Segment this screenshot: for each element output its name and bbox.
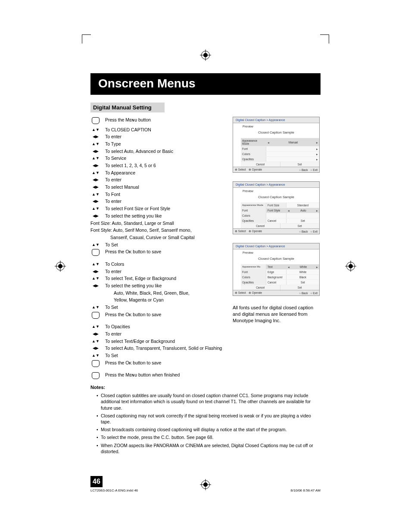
left-right-arrows-icon: ◀▶ bbox=[93, 199, 99, 203]
left-right-arrows-icon: ◀▶ bbox=[93, 149, 99, 153]
notes-list: Closed caption subtitles are usually fou… bbox=[90, 392, 321, 454]
note-item: To select the mode, press the C.C. butto… bbox=[97, 434, 321, 440]
instruction-text: To select Manual bbox=[105, 184, 224, 190]
instruction-step: ▲▼To Opacities bbox=[90, 324, 224, 330]
hand-press-icon bbox=[92, 312, 100, 319]
screenshots-column: Digital Closed Caption > Appearance Prev… bbox=[233, 117, 321, 391]
up-down-arrows-icon: ▲▼ bbox=[92, 142, 100, 146]
instruction-step: Press the Oᴋ button to save bbox=[90, 311, 224, 320]
instruction-text: To enter bbox=[105, 177, 224, 183]
left-right-arrows-icon: ◀▶ bbox=[93, 346, 99, 350]
instruction-step: ◀▶To select the setting you like bbox=[90, 213, 224, 219]
hand-press-icon bbox=[92, 372, 100, 379]
instruction-text: To Colors bbox=[105, 261, 224, 268]
footer-file: LCT2063-001C-A ENG.indd 46 bbox=[90, 488, 138, 492]
registration-mark bbox=[346, 262, 355, 271]
instruction-text: To CLOSED CAPTION bbox=[105, 127, 224, 133]
registration-mark bbox=[201, 480, 210, 489]
instruction-text: To Font bbox=[105, 191, 224, 198]
instruction-step: ▲▼To Service bbox=[90, 155, 224, 162]
up-down-arrows-icon: ▲▼ bbox=[92, 324, 100, 329]
instruction-step: ▲▼To Font bbox=[90, 191, 224, 198]
left-right-arrows-icon: ◀▶ bbox=[93, 134, 99, 139]
instruction-text: To enter bbox=[105, 268, 224, 275]
page-title: Onscreen Menus bbox=[90, 73, 321, 95]
note-item: Closed caption subtitles are usually fou… bbox=[97, 392, 321, 411]
instruction-text: Press the Oᴋ button to save bbox=[105, 360, 224, 366]
font-size-line: Font Size: Auto, Standard, Large or Smal… bbox=[90, 220, 224, 227]
instruction-step: ▲▼To CLOSED CAPTION bbox=[90, 127, 224, 133]
osd-breadcrumb: Digital Closed Caption > Appearance bbox=[233, 117, 319, 123]
footer-timestamp: 8/10/06 8:56:47 AM bbox=[291, 488, 321, 492]
left-right-arrows-icon: ◀▶ bbox=[93, 214, 99, 218]
instruction-step: ◀▶To select Auto, Transparent, Transluce… bbox=[90, 345, 224, 352]
instruction-text: Press the Mᴇɴᴜ button when finished bbox=[105, 372, 224, 378]
instruction-text: To Service bbox=[105, 155, 224, 162]
instruction-step: ▲▼To Set bbox=[90, 304, 224, 311]
instruction-text: To enter bbox=[105, 331, 224, 337]
osd-panel-colors: Digital Closed Caption > Appearance Prev… bbox=[233, 243, 320, 296]
instruction-step: ◀▶To enter bbox=[90, 177, 224, 183]
instruction-step: ◀▶To select the setting you like bbox=[90, 283, 224, 289]
left-right-arrows-icon: ◀▶ bbox=[93, 269, 99, 274]
left-right-arrows-icon: ◀▶ bbox=[93, 332, 99, 336]
hand-press-icon bbox=[92, 117, 100, 124]
colors-options-line1: Auto, White, Black, Red, Green, Blue, bbox=[90, 290, 224, 296]
up-down-arrows-icon: ▲▼ bbox=[92, 339, 100, 343]
instruction-step: ▲▼To Colors bbox=[90, 261, 224, 268]
instruction-step: ▲▼To select Text, Edge or Background bbox=[90, 275, 224, 282]
up-down-arrows-icon: ▲▼ bbox=[92, 192, 100, 196]
left-right-arrows-icon: ◀▶ bbox=[93, 185, 99, 189]
registration-mark bbox=[201, 51, 210, 59]
up-down-arrows-icon: ▲▼ bbox=[92, 128, 100, 132]
instruction-step: Press the Mᴇɴᴜ button when finished bbox=[90, 372, 224, 381]
instruction-text: Press the Oᴋ button to save bbox=[105, 249, 224, 255]
instruction-text: To enter bbox=[105, 134, 224, 140]
instruction-text: To select Text/Edge or Background bbox=[105, 338, 224, 345]
up-down-arrows-icon: ▲▼ bbox=[92, 243, 100, 247]
section-heading: Digital Manual Setting bbox=[90, 103, 165, 112]
crop-mark bbox=[82, 34, 91, 44]
registration-mark bbox=[56, 262, 65, 271]
left-right-arrows-icon: ◀▶ bbox=[93, 177, 99, 182]
up-down-arrows-icon: ▲▼ bbox=[92, 305, 100, 309]
osd-sample-text: Closed Caption Sample bbox=[241, 129, 311, 138]
instruction-text: To select Text, Edge or Background bbox=[105, 275, 224, 282]
instruction-text: To Set bbox=[105, 304, 224, 311]
instruction-step: ◀▶To enter bbox=[90, 268, 224, 275]
instruction-text: To select the setting you like bbox=[105, 213, 224, 219]
print-footer: LCT2063-001C-A ENG.indd 46 8/10/06 8:56:… bbox=[90, 488, 321, 492]
instruction-step: ◀▶To enter bbox=[90, 331, 224, 337]
instruction-step: ▲▼To Type bbox=[90, 141, 224, 147]
instruction-text: To Opacities bbox=[105, 324, 224, 330]
notes-label: Notes: bbox=[90, 384, 224, 391]
instruction-step: ▲▼To Appearance bbox=[90, 170, 224, 176]
left-right-arrows-icon: ◀▶ bbox=[93, 283, 99, 288]
osd-panel-appearance-mode: Digital Closed Caption > Appearance Prev… bbox=[233, 117, 320, 173]
hand-press-icon bbox=[92, 249, 100, 256]
instruction-step: Press the Oᴋ button to save bbox=[90, 360, 224, 369]
instruction-step: ◀▶To enter bbox=[90, 134, 224, 140]
instruction-text: To select the setting you like bbox=[105, 283, 224, 289]
instruction-text: To enter bbox=[105, 198, 224, 205]
instruction-step: ◀▶To select Auto, Advanced or Basic bbox=[90, 148, 224, 155]
instruction-step: ▲▼To select Text/Edge or Background bbox=[90, 338, 224, 345]
license-note: All fonts used for digital closed captio… bbox=[233, 305, 319, 324]
instructions-column: Press the Mᴇɴᴜ button▲▼To CLOSED CAPTION… bbox=[90, 117, 224, 391]
instruction-step: ▲▼To select Font Size or Font Style bbox=[90, 205, 224, 212]
left-right-arrows-icon: ◀▶ bbox=[93, 163, 99, 168]
instruction-step: ▲▼To Set bbox=[90, 242, 224, 248]
instruction-step: Press the Mᴇɴᴜ button bbox=[90, 117, 224, 126]
instruction-step: ◀▶To enter bbox=[90, 198, 224, 205]
instruction-text: Press the Mᴇɴᴜ button bbox=[105, 117, 224, 123]
up-down-arrows-icon: ▲▼ bbox=[92, 353, 100, 358]
osd-panel-font: Digital Closed Caption > Appearance Prev… bbox=[233, 181, 320, 234]
up-down-arrows-icon: ▲▼ bbox=[92, 156, 100, 160]
instruction-text: To Set bbox=[105, 352, 224, 359]
instruction-text: Press the Oᴋ button to save bbox=[105, 311, 224, 318]
instruction-text: To select 1, 2, 3, 4, 5 or 6 bbox=[105, 162, 224, 169]
page-number: 46 bbox=[90, 476, 103, 487]
hand-press-icon bbox=[92, 360, 100, 367]
osd-breadcrumb: Digital Closed Caption > Appearance bbox=[233, 243, 319, 249]
up-down-arrows-icon: ▲▼ bbox=[92, 171, 100, 175]
